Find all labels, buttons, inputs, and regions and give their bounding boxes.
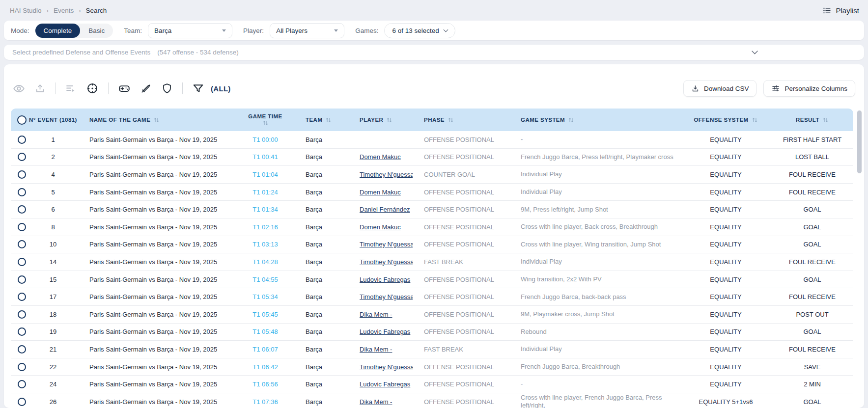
player-link[interactable]: Timothey N'guessan bbox=[360, 241, 413, 248]
player-link[interactable]: Timothey N'guessan bbox=[360, 171, 413, 178]
game-name: Paris Saint-Germain vs Barça - Nov 19, 2… bbox=[74, 293, 246, 300]
game-time-link[interactable]: T1 02:16 bbox=[246, 223, 285, 231]
mode-complete-button[interactable]: Complete bbox=[35, 24, 81, 38]
player-link[interactable]: Timothey N'guessan bbox=[360, 363, 413, 371]
column-header-phase[interactable]: PHASE bbox=[413, 117, 511, 123]
game-time-link[interactable]: T1 04:28 bbox=[246, 258, 285, 266]
playlist-button[interactable]: Playlist bbox=[822, 6, 859, 15]
predefined-events-accordion[interactable]: Select predefined Defense and Offense Ev… bbox=[4, 45, 864, 60]
table-body: 1 Paris Saint-Germain vs Barça - Nov 19,… bbox=[11, 131, 853, 408]
team-name: Barça bbox=[285, 311, 344, 318]
row-select-radio[interactable] bbox=[18, 170, 26, 179]
event-number: 8 bbox=[32, 223, 74, 231]
shield-icon[interactable] bbox=[161, 82, 173, 94]
game-time-link[interactable]: T1 03:13 bbox=[246, 241, 285, 248]
download-csv-button[interactable]: Download CSV bbox=[683, 80, 757, 97]
player-link[interactable]: Dika Mem - bbox=[360, 311, 392, 318]
phase-value: FAST BREAK bbox=[413, 258, 511, 266]
row-select-radio[interactable] bbox=[18, 223, 26, 231]
player-link[interactable]: Ludovic Fabregas bbox=[360, 276, 410, 283]
eye-icon[interactable] bbox=[13, 82, 25, 95]
events-toolbar: (ALL) Download CSV Personalize Col bbox=[4, 64, 864, 109]
personalize-columns-button[interactable]: Personalize Columns bbox=[763, 80, 855, 97]
breadcrumb-events[interactable]: Events bbox=[54, 7, 74, 14]
column-label: PLAYER bbox=[360, 117, 383, 123]
scrollbar-thumb[interactable] bbox=[857, 110, 862, 173]
mode-basic-button[interactable]: Basic bbox=[80, 24, 113, 38]
upload-icon[interactable] bbox=[34, 83, 46, 94]
player-link[interactable]: Domen Makuc bbox=[360, 223, 401, 231]
row-select-radio[interactable] bbox=[18, 293, 26, 301]
game-time-link[interactable]: T1 07:36 bbox=[246, 398, 285, 406]
column-header-player[interactable]: PLAYER bbox=[344, 117, 413, 123]
team-name: Barça bbox=[285, 171, 344, 178]
row-select-radio[interactable] bbox=[18, 205, 26, 214]
breadcrumb: HAI Studio › Events › Search bbox=[10, 7, 107, 14]
sort-icon bbox=[153, 117, 160, 123]
column-header-game-time[interactable]: GAME TIME bbox=[246, 113, 285, 126]
game-time-link[interactable]: T1 01:04 bbox=[246, 171, 285, 178]
column-label: RESULT bbox=[796, 117, 819, 123]
team-select-value: Barça bbox=[154, 27, 171, 34]
row-select-radio[interactable] bbox=[18, 153, 26, 161]
result-value: GOAL bbox=[771, 328, 853, 335]
funnel-icon[interactable] bbox=[192, 82, 204, 95]
row-select-radio[interactable] bbox=[18, 380, 26, 388]
player-link[interactable]: Daniel Fernández bbox=[360, 206, 410, 213]
game-time-link[interactable]: T1 06:42 bbox=[246, 363, 285, 371]
gamepad-icon[interactable] bbox=[118, 82, 131, 95]
player-link[interactable]: Dika Mem - bbox=[360, 346, 392, 353]
column-header-team[interactable]: TEAM bbox=[285, 117, 344, 123]
row-select-radio[interactable] bbox=[18, 327, 26, 336]
row-select-radio[interactable] bbox=[18, 275, 26, 284]
offense-system-value: EQUALITY bbox=[680, 293, 771, 300]
table-row: 6 Paris Saint-Germain vs Barça - Nov 19,… bbox=[11, 201, 853, 218]
game-time-link[interactable]: T1 04:55 bbox=[246, 276, 285, 283]
player-link[interactable]: Timothey N'guessan bbox=[360, 293, 413, 300]
sword-icon[interactable] bbox=[140, 82, 152, 94]
row-select-radio[interactable] bbox=[18, 136, 26, 144]
column-label: N° EVENT (1081) bbox=[29, 117, 77, 123]
games-select[interactable]: 6 of 13 selected bbox=[384, 23, 455, 38]
player-select[interactable]: All Players bbox=[270, 23, 344, 38]
row-select-radio[interactable] bbox=[18, 398, 26, 406]
select-all-radio[interactable] bbox=[17, 115, 27, 125]
game-time-link[interactable]: T1 05:34 bbox=[246, 293, 285, 300]
row-select-radio[interactable] bbox=[18, 240, 26, 248]
column-header-n-event[interactable]: N° EVENT (1081) bbox=[32, 117, 74, 123]
game-time-link[interactable]: T1 05:45 bbox=[246, 311, 285, 318]
target-icon[interactable] bbox=[86, 82, 99, 95]
row-select-radio[interactable] bbox=[18, 363, 26, 371]
phase-value: OFFENSE POSITIONAL bbox=[413, 276, 511, 283]
player-link[interactable]: Domen Makuc bbox=[360, 189, 401, 196]
player-link[interactable]: Ludovic Fabregas bbox=[360, 328, 410, 335]
game-time-link[interactable]: T1 00:00 bbox=[246, 136, 285, 143]
row-select-radio[interactable] bbox=[18, 258, 26, 266]
playlist-label: Playlist bbox=[836, 6, 859, 15]
team-name: Barça bbox=[285, 293, 344, 300]
team-name: Barça bbox=[285, 241, 344, 248]
column-header-game-system[interactable]: GAME SYSTEM bbox=[511, 117, 680, 123]
game-time-link[interactable]: T1 01:24 bbox=[246, 189, 285, 196]
team-select[interactable]: Barça bbox=[148, 23, 232, 38]
player-link[interactable]: Dika Mem - bbox=[360, 398, 392, 406]
game-time-link[interactable]: T1 00:41 bbox=[246, 153, 285, 161]
player-link[interactable]: Timothey N'guessan bbox=[360, 258, 413, 266]
game-time-link[interactable]: T1 06:07 bbox=[246, 346, 285, 353]
game-time-link[interactable]: T1 06:56 bbox=[246, 381, 285, 388]
row-select-radio[interactable] bbox=[18, 188, 26, 196]
game-time-link[interactable]: T1 05:48 bbox=[246, 328, 285, 335]
player-link[interactable]: Ludovic Fabregas bbox=[360, 381, 410, 388]
row-select-radio[interactable] bbox=[18, 310, 26, 319]
playlist-add-icon[interactable] bbox=[65, 82, 77, 94]
column-header-offense-system[interactable]: OFFENSE SYSTEM bbox=[680, 117, 771, 123]
column-header-result[interactable]: RESULT bbox=[771, 117, 853, 123]
player-link[interactable]: Domen Makuc bbox=[360, 153, 401, 161]
game-time-link[interactable]: T1 01:34 bbox=[246, 206, 285, 213]
vertical-scrollbar[interactable] bbox=[857, 109, 862, 408]
breadcrumb-hai-studio[interactable]: HAI Studio bbox=[10, 7, 42, 14]
result-value: GOAL bbox=[771, 276, 853, 283]
row-select-radio[interactable] bbox=[18, 345, 26, 354]
column-header-name[interactable]: NAME OF THE GAME bbox=[74, 117, 246, 123]
mode-toggle: Complete Basic bbox=[35, 24, 113, 38]
